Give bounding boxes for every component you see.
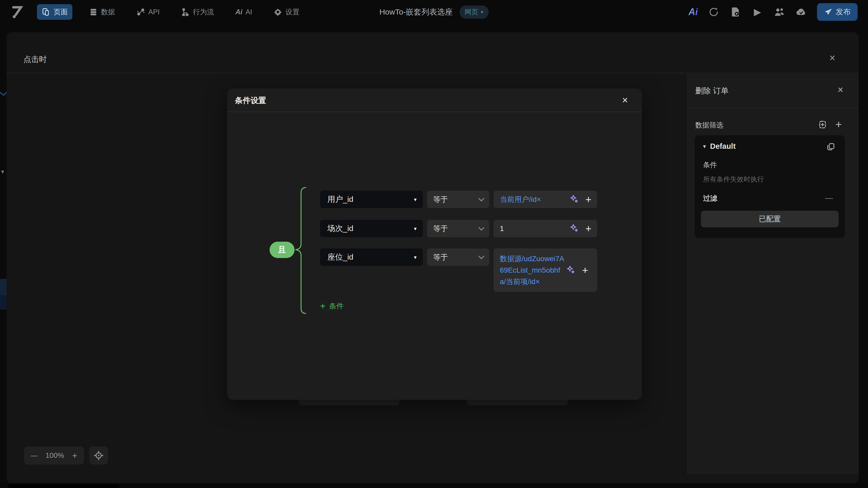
recenter-button[interactable] xyxy=(89,446,108,464)
field-select[interactable]: 座位_id ▾ xyxy=(320,249,423,266)
add-condition-label: 条件 xyxy=(329,301,344,311)
background-check-artifact xyxy=(0,88,6,98)
duplicate-filter-icon[interactable] xyxy=(826,142,835,152)
value-field[interactable]: 数据源/udZuowei7A69EcList_mn5obhfa/当前项/id× … xyxy=(494,249,597,292)
operator-select-value: 等于 xyxy=(433,252,448,262)
filter-name: Default xyxy=(710,142,736,151)
ai-sparkle-icon[interactable] xyxy=(565,265,576,276)
triangle-down-icon: ▾ xyxy=(414,226,416,232)
value-field-actions: + xyxy=(569,194,597,205)
cloud-sync-icon[interactable] xyxy=(795,6,807,18)
inspector-divider xyxy=(686,107,859,108)
value-field-actions: + xyxy=(569,223,597,234)
and-operator-badge[interactable]: 且 xyxy=(270,242,294,258)
publish-label: 发布 xyxy=(836,7,851,17)
inspector-panel: 删除 订单 × 数据筛选 + ▾ Default xyxy=(686,73,859,474)
filter-label: 过滤 xyxy=(703,194,717,203)
add-condition-button[interactable]: + 条件 xyxy=(320,301,344,311)
value-field[interactable]: 当前用户/id× + xyxy=(494,191,597,208)
zoom-level: 100% xyxy=(45,451,64,460)
inspector-close-button[interactable]: × xyxy=(835,84,846,95)
dialog-close-button[interactable]: × xyxy=(619,94,631,106)
database-icon xyxy=(89,7,98,17)
add-value-icon[interactable]: + xyxy=(585,223,591,234)
paper-plane-icon xyxy=(824,7,833,17)
ai-sparkle-icon[interactable] xyxy=(569,223,580,234)
zoom-in-button[interactable]: + xyxy=(72,451,77,461)
dialog-header: 条件设置 × xyxy=(227,89,642,112)
value-literal[interactable]: 1 xyxy=(494,223,569,234)
pages-icon xyxy=(42,7,51,17)
operator-select-value: 等于 xyxy=(433,195,448,204)
field-select-value: 用户_id xyxy=(327,194,353,205)
document-settings-icon[interactable] xyxy=(730,6,742,18)
remove-filter-icon[interactable]: — xyxy=(825,194,833,202)
chevron-down-icon xyxy=(478,253,485,259)
collaborators-icon[interactable] xyxy=(773,6,785,18)
top-bar: 页面 数据 xyxy=(0,0,868,32)
operator-select[interactable]: 等于 xyxy=(427,249,489,266)
overlay-title: 点击时 xyxy=(23,54,47,65)
insert-filter-icon[interactable] xyxy=(817,119,829,130)
condition-label: 条件 xyxy=(703,160,717,170)
filter-card-default: ▾ Default 条件 所有条件失效时执行 过滤 — 已配置 xyxy=(695,135,845,238)
field-select[interactable]: 用户_id ▾ xyxy=(320,191,423,208)
bottom-strip xyxy=(0,483,868,488)
collapse-triangle-icon[interactable]: ▾ xyxy=(703,143,706,150)
tab-pages[interactable]: 页面 xyxy=(37,4,72,20)
tab-api[interactable]: API xyxy=(132,4,164,20)
play-glyph: ▶ xyxy=(754,6,761,18)
gear-icon xyxy=(274,7,282,17)
platform-selector[interactable]: 网页 ▾ xyxy=(460,5,489,19)
dialog-title: 条件设置 xyxy=(235,95,266,106)
api-icon xyxy=(136,7,145,17)
add-filter-icon[interactable]: + xyxy=(833,119,844,130)
top-bar-left: 页面 数据 xyxy=(10,3,304,21)
tab-data[interactable]: 数据 xyxy=(84,4,120,20)
tab-settings[interactable]: 设置 xyxy=(269,4,304,20)
tab-label: API xyxy=(148,8,160,16)
chevron-down-icon xyxy=(478,225,485,230)
tab-label: 数据 xyxy=(101,7,115,17)
add-value-icon[interactable]: + xyxy=(582,265,588,275)
value-binding-token[interactable]: 当前用户/id× xyxy=(494,194,569,205)
background-triangle-artifact: ▾ xyxy=(1,168,6,176)
filter-card-header[interactable]: ▾ Default xyxy=(703,142,736,151)
preview-play-icon[interactable]: ▶ xyxy=(751,6,764,18)
value-field-actions: + xyxy=(565,265,594,276)
operator-select[interactable]: 等于 xyxy=(427,220,489,237)
value-binding-token[interactable]: 数据源/udZuowei7A69EcList_mn5obhfa/当前项/id× xyxy=(494,253,565,287)
condition-placeholder: 所有条件失效时执行 xyxy=(703,175,764,184)
background-row-artifact xyxy=(0,295,6,310)
add-value-icon[interactable]: + xyxy=(585,194,591,205)
inspector-title: 删除 订单 xyxy=(695,86,728,96)
value-field[interactable]: 1 + xyxy=(494,220,597,237)
zoom-out-button[interactable]: — xyxy=(31,452,37,460)
magic-refresh-icon[interactable] xyxy=(708,6,720,18)
field-select-value: 座位_id xyxy=(327,252,353,262)
tab-label: AI xyxy=(246,8,252,16)
data-filter-section-title: 数据筛选 xyxy=(695,121,723,130)
publish-button[interactable]: 发布 xyxy=(817,3,858,21)
app-root: 页面 数据 xyxy=(0,0,868,488)
zoom-controls: — 100% + xyxy=(24,446,84,464)
configured-button[interactable]: 已配置 xyxy=(701,211,839,227)
field-select[interactable]: 场次_id ▾ xyxy=(320,220,423,237)
operator-select[interactable]: 等于 xyxy=(427,191,489,208)
tab-ai[interactable]: Ai AI xyxy=(231,5,257,19)
ai-icon: Ai xyxy=(236,8,243,16)
ai-sparkle-icon[interactable] xyxy=(569,194,580,205)
ai-assistant-button[interactable]: Ai xyxy=(688,6,698,18)
crosshair-icon xyxy=(93,450,104,461)
tab-label: 页面 xyxy=(54,7,68,17)
field-select-value: 场次_id xyxy=(327,223,353,234)
top-bar-center: HowTo-嵌套列表选座 网页 ▾ xyxy=(379,4,489,20)
overlay-close-button[interactable]: × xyxy=(827,52,838,63)
top-bar-right: Ai ▶ xyxy=(688,3,858,21)
chevron-down-icon: ▾ xyxy=(481,9,484,15)
operator-select-value: 等于 xyxy=(433,224,448,234)
tab-behavior-flow[interactable]: 行为流 xyxy=(177,4,219,20)
triangle-down-icon: ▾ xyxy=(414,254,416,260)
app-logo-icon[interactable] xyxy=(10,4,25,20)
tab-label: 设置 xyxy=(285,7,300,17)
